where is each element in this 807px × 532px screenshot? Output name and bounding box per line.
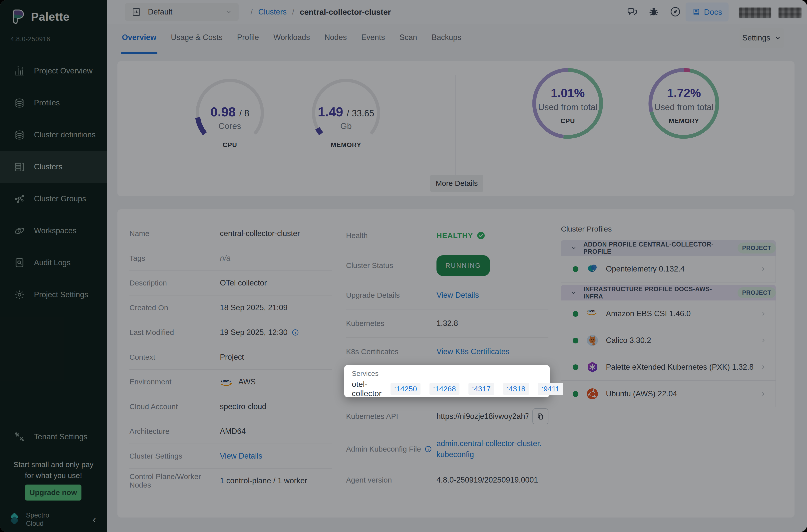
profile-layer-row[interactable]: Calico 3.30.2 bbox=[561, 327, 776, 354]
chevron-down-icon bbox=[570, 245, 577, 251]
detail-label: Name bbox=[129, 229, 220, 238]
tab-nodes[interactable]: Nodes bbox=[324, 33, 347, 43]
detail-label: Environment bbox=[129, 378, 220, 386]
detail-row: Created On18 Sep 2025, 21:09 bbox=[129, 296, 332, 320]
sidebar-collapse-icon[interactable]: ‹ bbox=[93, 514, 96, 525]
service-name: otel-collector bbox=[352, 380, 381, 398]
compass-icon[interactable] bbox=[670, 6, 681, 18]
donut-label: CPU bbox=[528, 117, 607, 125]
upgrade-promo-text: Start small and only pay for what you us… bbox=[0, 459, 107, 481]
sidebar-item-profiles[interactable]: Profiles bbox=[0, 87, 107, 119]
detail-label: Admin Kubeconfig File bbox=[346, 445, 436, 453]
tab-scan[interactable]: Scan bbox=[399, 33, 417, 43]
donut-caption: Used from total bbox=[644, 102, 723, 112]
service-port-link[interactable]: :14250 bbox=[391, 383, 420, 395]
project-overview-icon bbox=[14, 65, 25, 76]
report-bug-icon[interactable] bbox=[648, 6, 660, 18]
memory-usage-gauge: 1.49 / 33.65GbMEMORY bbox=[306, 75, 386, 160]
sidebar-item-audit-logs[interactable]: Audit Logs bbox=[0, 247, 107, 279]
detail-value: RUNNING bbox=[436, 255, 490, 276]
chevron-down-icon bbox=[774, 35, 781, 41]
cluster-tabs-bar: OverviewUsage & CostsProfileWorkloadsNod… bbox=[107, 24, 807, 56]
gauge-unit: Gb bbox=[306, 121, 386, 131]
profile-group-header[interactable]: INFRASTRUCTURE PROFILE DOCS-AWS-INFRAPRO… bbox=[561, 285, 776, 301]
tab-workloads[interactable]: Workloads bbox=[274, 33, 310, 43]
service-port-link[interactable]: :4317 bbox=[468, 383, 494, 395]
detail-label: Kubernetes bbox=[346, 319, 436, 328]
sidebar-item-cluster-groups[interactable]: Cluster Groups bbox=[0, 183, 107, 215]
donut-percent: 1.01% bbox=[528, 86, 607, 100]
tab-overview[interactable]: Overview bbox=[122, 33, 156, 43]
book-icon bbox=[692, 8, 700, 16]
service-port-link[interactable]: :4318 bbox=[503, 383, 529, 395]
kubeconfig-link[interactable]: admin.central-collector-cluster.kubeconf… bbox=[436, 438, 544, 460]
detail-row: Last Modified19 Sep 2025, 12:30 bbox=[129, 320, 332, 345]
detail-value: central-collector-cluster bbox=[220, 229, 300, 238]
redacted-username bbox=[739, 7, 771, 18]
chevron-right-icon bbox=[760, 310, 767, 317]
upgrade-now-button[interactable]: Upgrade now bbox=[25, 484, 81, 500]
profile-layer-row[interactable]: Palette eXtended Kubernetes (PXK) 1.32.8 bbox=[561, 354, 776, 381]
service-port-link[interactable]: :9411 bbox=[538, 383, 563, 395]
gauge-label: MEMORY bbox=[306, 141, 386, 149]
status-dot bbox=[573, 391, 578, 397]
detail-link[interactable]: View Details bbox=[220, 452, 262, 460]
sidebar-item-project-overview[interactable]: Project Overview bbox=[0, 55, 107, 87]
detail-value: Project bbox=[220, 353, 244, 362]
tab-backups[interactable]: Backups bbox=[431, 33, 461, 43]
tab-profile[interactable]: Profile bbox=[237, 33, 259, 43]
chevron-down-icon bbox=[570, 289, 577, 296]
detail-label: Context bbox=[129, 353, 220, 361]
detail-link[interactable]: View Details bbox=[436, 291, 479, 300]
tab-events[interactable]: Events bbox=[361, 33, 385, 43]
sidebar-item-project-settings[interactable]: Project Settings bbox=[0, 279, 107, 311]
detail-label: Cluster Settings bbox=[129, 452, 220, 460]
breadcrumb-current: central-collector-cluster bbox=[300, 7, 391, 17]
sidebar-item-clusters[interactable]: Clusters bbox=[0, 151, 107, 183]
chevron-right-icon bbox=[760, 337, 767, 344]
opentelemetry-icon bbox=[586, 263, 598, 275]
detail-row: Kubernetes1.32.8 bbox=[346, 309, 548, 338]
detail-text: 1 control-plane / 1 worker bbox=[220, 476, 307, 485]
detail-row: ContextProject bbox=[129, 345, 332, 370]
project-selector-icon bbox=[131, 7, 142, 17]
docs-button[interactable]: Docs bbox=[686, 2, 729, 21]
detail-label: Last Modified bbox=[129, 328, 220, 337]
breadcrumb-clusters-link[interactable]: Clusters bbox=[258, 7, 287, 17]
detail-label: Cluster Status bbox=[346, 261, 436, 270]
profile-group-header[interactable]: ADDON PROFILE CENTRAL-COLLECTOR-PROFILEP… bbox=[561, 240, 776, 256]
profile-layer-row[interactable]: Ubuntu (AWS) 22.04 bbox=[561, 381, 776, 407]
sidebar-item-workspaces[interactable]: Workspaces bbox=[0, 215, 107, 247]
copy-button[interactable] bbox=[532, 408, 548, 424]
profile-layer-row[interactable]: Opentelemetry 0.132.4 bbox=[561, 256, 776, 283]
info-icon bbox=[292, 329, 299, 336]
sidebar-item-tenant-settings[interactable]: Tenant Settings bbox=[0, 421, 107, 453]
breadcrumb-separator: / bbox=[250, 7, 253, 17]
detail-value: https://ni9ozje18ivwoy2ah70ynx... bbox=[436, 408, 548, 424]
detail-row: Cluster SettingsView Details bbox=[129, 444, 332, 469]
tab-usage-costs[interactable]: Usage & Costs bbox=[171, 33, 223, 43]
service-port-link[interactable]: :14268 bbox=[430, 383, 459, 395]
detail-text: AMD64 bbox=[220, 427, 246, 436]
services-label: Services bbox=[352, 370, 378, 378]
tenant-settings-icon bbox=[14, 431, 25, 442]
detail-value: 1.32.8 bbox=[436, 319, 458, 328]
detail-value: View Details bbox=[220, 452, 262, 460]
sidebar-item-cluster-definitions[interactable]: Cluster definitions bbox=[0, 119, 107, 151]
detail-value: View K8s Certificates bbox=[436, 347, 509, 356]
project-selector[interactable]: Default bbox=[125, 3, 239, 21]
profile-layer-row[interactable]: awsAmazon EBS CSI 1.46.0 bbox=[561, 301, 776, 327]
project-selector-value: Default bbox=[148, 7, 172, 17]
detail-row: HealthHEALTHY bbox=[346, 221, 548, 250]
palette-logo: Palette bbox=[10, 8, 70, 25]
svg-text:aws: aws bbox=[221, 378, 231, 383]
detail-value: AMD64 bbox=[220, 427, 246, 436]
feedback-chat-icon[interactable] bbox=[626, 6, 638, 18]
sidebar-item-label: Project Overview bbox=[34, 66, 92, 75]
profiles-icon bbox=[14, 97, 25, 108]
sidebar-menu: Project OverviewProfilesCluster definiti… bbox=[0, 55, 107, 311]
detail-link[interactable]: View K8s Certificates bbox=[436, 347, 509, 356]
detail-value: OTel collector bbox=[220, 279, 267, 287]
more-details-button[interactable]: More Details bbox=[430, 175, 483, 192]
settings-button[interactable]: Settings bbox=[739, 28, 784, 48]
